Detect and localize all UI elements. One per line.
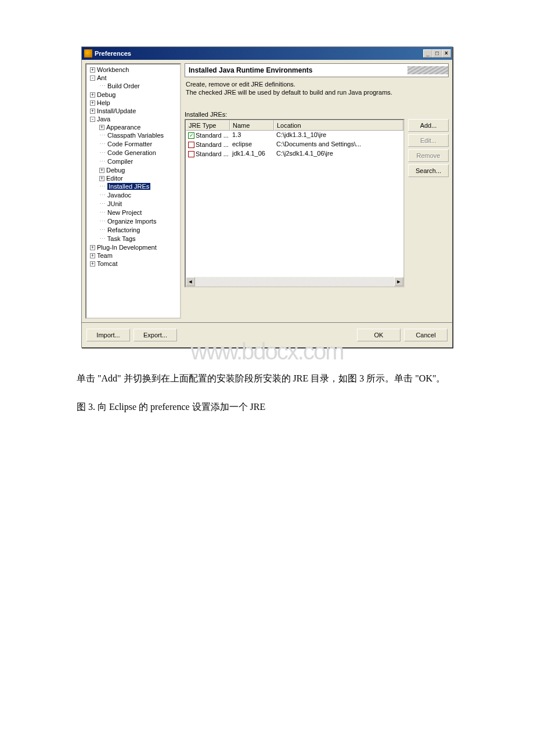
tree-item-debug[interactable]: +Debug (88, 166, 179, 174)
paragraph-1: 单击 "Add" 并切换到在上面配置的安装阶段所安装的 JRE 目录，如图 3 … (58, 370, 476, 387)
tree-item-ant[interactable]: -Ant (88, 74, 179, 82)
tree-expander-icon[interactable]: + (90, 100, 95, 106)
titlebar-text: Preferences (95, 50, 423, 57)
tree-item-organize-imports[interactable]: ⋯ Organize Imports (88, 217, 179, 226)
cell-location: C:\Documents and Settings\... (274, 140, 403, 149)
panel-heading: Installed Java Runtime Environments (185, 63, 449, 77)
cell-name: eclipse (230, 140, 274, 149)
tree-expander-icon[interactable]: + (90, 109, 95, 114)
tree-item-task-tags[interactable]: ⋯ Task Tags (88, 235, 179, 243)
tree-item-label: Ant (97, 74, 107, 81)
jre-table-row[interactable]: ✓Standard ...1.3C:\jdk1.3.1_10\jre (186, 131, 403, 140)
tree-item-label: Team (97, 252, 113, 259)
tree-item-label: Debug (106, 167, 125, 174)
table-header: JRE Type Name Location (186, 120, 403, 131)
tree-item-help[interactable]: +Help (88, 99, 179, 107)
tree-item-label: Task Tags (107, 235, 136, 242)
tree-expander-icon[interactable]: + (99, 125, 104, 130)
tree-item-workbench[interactable]: +Workbench (88, 66, 179, 74)
tree-item-label: New Project (107, 209, 142, 216)
tree-item-label: Install/Update (97, 107, 136, 114)
desc-line-2: The checked JRE will be used by default … (186, 89, 448, 96)
maximize-button[interactable]: □ (432, 49, 442, 57)
cell-jre-type: Standard ... (196, 132, 229, 139)
tree-item-label: Workbench (97, 66, 129, 73)
tree-expander-icon[interactable]: + (90, 92, 95, 98)
tree-expander-icon[interactable]: + (90, 261, 95, 267)
tree-item-code-generation[interactable]: ⋯ Code Generation (88, 149, 179, 157)
scroll-left-button[interactable]: ◄ (186, 277, 195, 286)
tree-item-label: Code Generation (107, 149, 156, 156)
tree-expander-icon[interactable]: - (90, 75, 95, 81)
tree-expander-icon[interactable]: - (90, 117, 95, 122)
tree-item-label: Appearance (106, 124, 140, 131)
tree-item-label: Installed JREs (107, 183, 150, 190)
tree-expander-icon[interactable]: + (90, 245, 95, 250)
tree-item-installed-jres[interactable]: ⋯ Installed JREs (88, 182, 179, 191)
cell-location: C:\j2sdk1.4.1_06\jre (274, 149, 403, 159)
cancel-button[interactable]: Cancel (404, 329, 448, 341)
col-jre-type[interactable]: JRE Type (186, 120, 230, 131)
minimize-button[interactable]: _ (423, 49, 432, 57)
tree-item-editor[interactable]: +Editor (88, 174, 179, 182)
tree-item-label: Tomcat (97, 260, 117, 267)
tree-item-classpath-variables[interactable]: ⋯ Classpath Variables (88, 131, 179, 140)
col-location[interactable]: Location (274, 120, 403, 131)
tree-item-install-update[interactable]: +Install/Update (88, 107, 179, 115)
preferences-tree[interactable]: +Workbench-Ant⋯ Build Order+Debug+Help+I… (85, 63, 181, 319)
tree-expander-icon[interactable]: + (99, 168, 104, 173)
cell-name: 1.3 (230, 131, 274, 140)
titlebar[interactable]: Preferences _ □ × (82, 47, 452, 60)
tree-expander-icon[interactable]: + (99, 176, 104, 181)
ok-button[interactable]: OK (357, 329, 400, 341)
tree-item-label: Debug (97, 91, 116, 98)
tree-expander-icon[interactable]: + (90, 253, 95, 258)
tree-item-refactoring[interactable]: ⋯ Refactoring (88, 226, 179, 235)
tree-item-compiler[interactable]: ⋯ Compiler (88, 157, 179, 166)
import-button[interactable]: Import... (86, 329, 130, 341)
jre-table-row[interactable]: Standard ...eclipseC:\Documents and Sett… (186, 140, 403, 149)
tree-expander-icon[interactable]: + (90, 67, 95, 73)
close-button[interactable]: × (442, 49, 451, 57)
tree-item-junit[interactable]: ⋯ JUnit (88, 200, 179, 208)
jre-table-row[interactable]: Standard ...jdk1.4.1_06C:\j2sdk1.4.1_06\… (186, 149, 403, 159)
jre-table[interactable]: JRE Type Name Location ✓Standard ...1.3C… (185, 119, 405, 287)
figure-caption: 图 3. 向 Eclipse 的 preference 设置添加一个 JRE (58, 399, 476, 416)
tree-item-debug[interactable]: +Debug (88, 91, 179, 99)
tree-item-javadoc[interactable]: ⋯ Javadoc (88, 191, 179, 200)
edit-button[interactable]: Edit... (408, 134, 449, 147)
scroll-track[interactable] (195, 277, 394, 286)
tree-item-label: Refactoring (107, 226, 140, 233)
tree-item-label: Build Order (107, 82, 140, 89)
panel-heading-text: Installed Java Runtime Environments (189, 66, 312, 74)
tree-item-build-order[interactable]: ⋯ Build Order (88, 82, 179, 91)
tree-item-code-formatter[interactable]: ⋯ Code Formatter (88, 140, 179, 149)
tree-item-label: Java (97, 116, 110, 123)
tree-item-appearance[interactable]: +Appearance (88, 123, 179, 131)
horizontal-scrollbar[interactable]: ◄ ► (186, 277, 403, 286)
jre-default-checkbox[interactable] (188, 151, 194, 157)
tree-item-label: Help (97, 99, 110, 106)
remove-button[interactable]: Remove (408, 149, 449, 162)
tree-item-label: Classpath Variables (107, 132, 164, 139)
tree-item-tomcat[interactable]: +Tomcat (88, 260, 179, 268)
dialog-button-bar: Import... Export... OK Cancel (82, 322, 452, 347)
cell-jre-type: Standard ... (196, 141, 229, 148)
tree-item-team[interactable]: +Team (88, 251, 179, 260)
add-button[interactable]: Add... (408, 119, 449, 132)
jre-default-checkbox[interactable]: ✓ (188, 132, 194, 139)
col-name[interactable]: Name (230, 120, 274, 131)
tree-item-label: Code Formatter (107, 141, 152, 147)
jre-default-checkbox[interactable] (188, 142, 194, 148)
installed-jres-label: Installed JREs: (185, 111, 449, 118)
right-panel: Installed Java Runtime Environments Crea… (185, 63, 449, 319)
search-button[interactable]: Search... (408, 164, 449, 177)
tree-item-label: Compiler (107, 158, 133, 165)
scroll-right-button[interactable]: ► (394, 277, 403, 286)
export-button[interactable]: Export... (134, 329, 177, 341)
cell-location: C:\jdk1.3.1_10\jre (274, 131, 403, 140)
tree-item-label: Organize Imports (107, 218, 156, 225)
tree-item-plug-in-development[interactable]: +Plug-In Development (88, 243, 179, 251)
tree-item-new-project[interactable]: ⋯ New Project (88, 208, 179, 217)
tree-item-java[interactable]: -Java (88, 115, 179, 123)
